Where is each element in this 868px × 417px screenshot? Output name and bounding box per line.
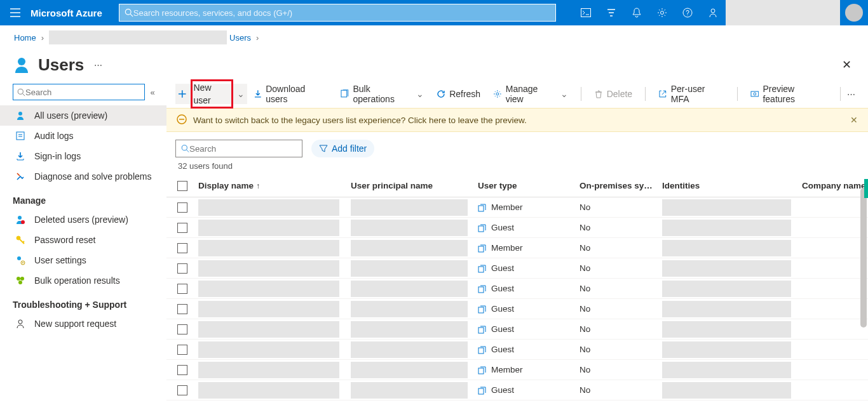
banner-text: Want to switch back to the legacy users … bbox=[193, 116, 527, 125]
table-row[interactable]: GuestNo bbox=[166, 299, 868, 319]
cloud-shell-button[interactable] bbox=[573, 0, 599, 25]
directory-filter-button[interactable] bbox=[599, 0, 624, 25]
breadcrumb-tenant[interactable] bbox=[49, 30, 227, 44]
breadcrumb-users[interactable]: Users bbox=[229, 33, 251, 43]
per-user-mfa-button[interactable]: Per-user MFA bbox=[652, 84, 731, 104]
row-checkbox[interactable] bbox=[166, 385, 194, 395]
scrollbar[interactable] bbox=[860, 188, 867, 328]
copy-icon[interactable] bbox=[478, 366, 486, 374]
copy-icon[interactable] bbox=[478, 387, 486, 395]
global-search-input[interactable] bbox=[133, 8, 550, 18]
cell-onprem: No bbox=[576, 223, 658, 232]
copy-icon[interactable] bbox=[478, 244, 486, 253]
download-users-button[interactable]: Download users bbox=[247, 84, 334, 104]
row-checkbox[interactable] bbox=[166, 202, 194, 213]
table-row[interactable]: GuestNo bbox=[166, 340, 868, 360]
feedback-button[interactable] bbox=[700, 0, 726, 25]
sidebar-item-deleted-users[interactable]: Deleted users (preview) bbox=[0, 209, 166, 230]
new-user-label: New user bbox=[191, 79, 233, 109]
sidebar-item-signin-logs[interactable]: Sign-in logs bbox=[0, 146, 166, 166]
col-display-name[interactable]: Display name↑ bbox=[194, 181, 347, 190]
brand-label[interactable]: Microsoft Azure bbox=[31, 8, 102, 18]
account-area[interactable] bbox=[726, 0, 840, 25]
new-user-button[interactable]: New user ⌄ bbox=[175, 84, 247, 104]
sidebar-item-audit-logs[interactable]: Audit logs bbox=[0, 126, 166, 146]
bulk-operations-button[interactable]: Bulk operations ⌄ bbox=[334, 84, 430, 104]
sidebar: « All users (preview) Audit logs Sign-in… bbox=[0, 80, 166, 417]
select-all-checkbox[interactable] bbox=[166, 181, 194, 191]
row-checkbox[interactable] bbox=[166, 284, 194, 294]
refresh-button[interactable]: Refresh bbox=[430, 84, 487, 104]
notifications-button[interactable] bbox=[624, 0, 649, 25]
cell-display-name bbox=[194, 321, 347, 338]
col-user-type[interactable]: User type bbox=[474, 181, 576, 190]
table-row[interactable]: GuestNo bbox=[166, 279, 868, 299]
copy-icon[interactable] bbox=[478, 224, 486, 232]
page-more-button[interactable]: ⋯ bbox=[94, 60, 102, 70]
table-row[interactable]: GuestNo bbox=[166, 218, 868, 238]
cell-user-type: Member bbox=[474, 365, 576, 374]
sidebar-item-all-users[interactable]: All users (preview) bbox=[0, 105, 166, 126]
feedback-tab[interactable] bbox=[864, 179, 868, 198]
row-checkbox[interactable] bbox=[166, 324, 194, 334]
table-row[interactable]: MemberNo bbox=[166, 197, 868, 218]
avatar[interactable] bbox=[845, 4, 863, 22]
copy-icon[interactable] bbox=[478, 285, 486, 293]
filter-icon bbox=[319, 144, 328, 153]
col-onprem[interactable]: On-premises sy… bbox=[576, 181, 658, 190]
global-search[interactable] bbox=[119, 4, 556, 22]
table-row[interactable]: MemberNo bbox=[166, 238, 868, 258]
row-checkbox[interactable] bbox=[166, 304, 194, 314]
close-button[interactable]: ✕ bbox=[842, 58, 851, 72]
copy-icon[interactable] bbox=[478, 346, 486, 354]
svg-rect-32 bbox=[478, 246, 484, 252]
copy-icon[interactable] bbox=[478, 326, 486, 334]
add-filter-button[interactable]: Add filter bbox=[311, 140, 374, 157]
hamburger-menu[interactable] bbox=[0, 0, 31, 25]
table-row[interactable]: GuestNo bbox=[166, 380, 868, 400]
table-row[interactable]: GuestNo bbox=[166, 258, 868, 279]
row-checkbox[interactable] bbox=[166, 243, 194, 253]
cell-user-type: Guest bbox=[474, 385, 576, 395]
sidebar-item-password-reset[interactable]: Password reset bbox=[0, 230, 166, 250]
sidebar-item-new-support[interactable]: New support request bbox=[0, 314, 166, 334]
sidebar-item-diagnose[interactable]: Diagnose and solve problems bbox=[0, 166, 166, 187]
col-identities[interactable]: Identities bbox=[658, 181, 798, 190]
table-row[interactable]: GuestNo bbox=[166, 319, 868, 340]
deleted-user-icon bbox=[15, 215, 28, 225]
svg-point-18 bbox=[17, 277, 20, 281]
col-upn[interactable]: User principal name bbox=[347, 181, 474, 190]
breadcrumb-home[interactable]: Home bbox=[14, 33, 36, 43]
topbar: Microsoft Azure ? bbox=[0, 0, 868, 25]
table-row[interactable]: MemberNo bbox=[166, 360, 868, 380]
preview-features-button[interactable]: Preview features bbox=[744, 84, 834, 104]
sidebar-item-bulk-results[interactable]: Bulk operation results bbox=[0, 270, 166, 291]
list-search[interactable] bbox=[175, 140, 302, 157]
sidebar-section-manage: Manage bbox=[0, 187, 166, 209]
row-checkbox[interactable] bbox=[166, 223, 194, 233]
copy-icon[interactable] bbox=[478, 305, 486, 314]
banner-close-button[interactable]: ✕ bbox=[850, 115, 858, 125]
copy-icon[interactable] bbox=[478, 204, 486, 212]
overflow-button[interactable]: ⋯ bbox=[847, 89, 855, 99]
manage-view-button[interactable]: Manage view ⌄ bbox=[487, 84, 574, 104]
list-search-input[interactable] bbox=[189, 144, 297, 154]
settings-button[interactable] bbox=[649, 0, 675, 25]
copy-icon[interactable] bbox=[478, 265, 486, 273]
sidebar-search-input[interactable] bbox=[25, 88, 140, 97]
sidebar-search[interactable] bbox=[13, 84, 145, 100]
col-company[interactable]: Company name bbox=[798, 181, 868, 190]
row-checkbox[interactable] bbox=[166, 263, 194, 274]
plus-icon bbox=[178, 89, 187, 98]
add-filter-label: Add filter bbox=[332, 143, 367, 154]
preview-banner[interactable]: Want to switch back to the legacy users … bbox=[166, 108, 868, 132]
row-checkbox[interactable] bbox=[166, 345, 194, 355]
help-button[interactable]: ? bbox=[675, 0, 700, 25]
svg-point-10 bbox=[18, 112, 22, 116]
filter-icon bbox=[606, 8, 616, 18]
sidebar-item-user-settings[interactable]: User settings bbox=[0, 250, 166, 270]
collapse-sidebar-button[interactable]: « bbox=[145, 88, 160, 97]
row-checkbox[interactable] bbox=[166, 365, 194, 375]
sidebar-item-label: Diagnose and solve problems bbox=[34, 171, 151, 182]
svg-rect-11 bbox=[17, 132, 24, 140]
